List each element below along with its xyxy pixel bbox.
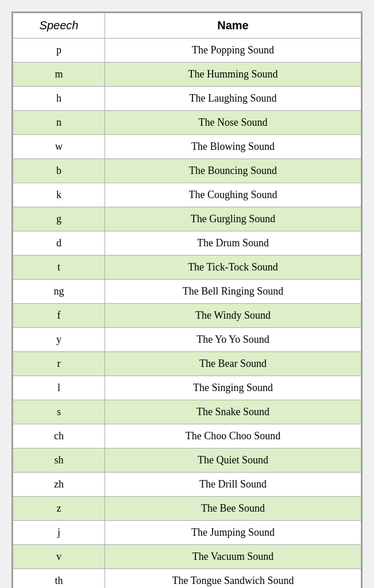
name-cell: The Tick-Tock Sound <box>105 256 361 280</box>
speech-cell: s <box>13 400 105 424</box>
name-cell: The Bear Sound <box>105 352 361 376</box>
name-cell: The Nose Sound <box>105 111 361 135</box>
name-cell: The Singing Sound <box>105 376 361 400</box>
speech-cell: ng <box>13 280 105 304</box>
name-cell: The Humming Sound <box>105 63 361 87</box>
name-cell: The Bee Sound <box>105 497 361 521</box>
speech-cell: j <box>13 521 105 545</box>
name-column-header: Name <box>105 13 361 38</box>
speech-cell: g <box>13 207 105 231</box>
speech-cell: l <box>13 376 105 400</box>
table-row: sThe Snake Sound <box>13 400 361 424</box>
speech-cell: v <box>13 545 105 569</box>
speech-column-header: Speech <box>13 13 105 38</box>
name-cell: The Blowing Sound <box>105 135 361 159</box>
table-row: pThe Popping Sound <box>13 38 361 63</box>
table-header-row: Speech Name <box>13 13 361 38</box>
table-row: dThe Drum Sound <box>13 231 361 256</box>
speech-cell: zh <box>13 473 105 497</box>
speech-cell: t <box>13 256 105 280</box>
table-row: nThe Nose Sound <box>13 111 361 135</box>
speech-cell: d <box>13 231 105 256</box>
speech-cell: th <box>13 569 105 589</box>
table-row: zhThe Drill Sound <box>13 473 361 497</box>
speech-cell: y <box>13 328 105 352</box>
table-row: rThe Bear Sound <box>13 352 361 376</box>
speech-cell: sh <box>13 448 105 473</box>
name-cell: The Drill Sound <box>105 473 361 497</box>
name-cell: The Drum Sound <box>105 231 361 256</box>
speech-cell: ch <box>13 424 105 448</box>
name-cell: The Vacuum Sound <box>105 545 361 569</box>
name-cell: The Windy Sound <box>105 304 361 328</box>
table-row: tThe Tick-Tock Sound <box>13 256 361 280</box>
speech-cell: m <box>13 63 105 87</box>
speech-cell: f <box>13 304 105 328</box>
table-row: mThe Humming Sound <box>13 63 361 87</box>
speech-cell: b <box>13 159 105 183</box>
table-row: shThe Quiet Sound <box>13 448 361 473</box>
table-row: chThe Choo Choo Sound <box>13 424 361 448</box>
name-cell: The Choo Choo Sound <box>105 424 361 448</box>
name-cell: The Gurgling Sound <box>105 207 361 231</box>
table-row: zThe Bee Sound <box>13 497 361 521</box>
name-cell: The Yo Yo Sound <box>105 328 361 352</box>
speech-cell: h <box>13 87 105 111</box>
speech-cell: z <box>13 497 105 521</box>
speech-cell: r <box>13 352 105 376</box>
table-row: thThe Tongue Sandwich Sound <box>13 569 361 589</box>
name-cell: The Popping Sound <box>105 38 361 63</box>
speech-cell: k <box>13 183 105 207</box>
table-row: fThe Windy Sound <box>13 304 361 328</box>
name-cell: The Bouncing Sound <box>105 159 361 183</box>
table-row: vThe Vacuum Sound <box>13 545 361 569</box>
table-row: wThe Blowing Sound <box>13 135 361 159</box>
speech-sounds-table: Speech Name pThe Popping SoundmThe Hummi… <box>11 11 363 588</box>
name-cell: The Jumping Sound <box>105 521 361 545</box>
speech-cell: w <box>13 135 105 159</box>
table-row: yThe Yo Yo Sound <box>13 328 361 352</box>
name-cell: The Quiet Sound <box>105 448 361 473</box>
name-cell: The Tongue Sandwich Sound <box>105 569 361 589</box>
table-row: bThe Bouncing Sound <box>13 159 361 183</box>
name-cell: The Laughing Sound <box>105 87 361 111</box>
speech-cell: p <box>13 38 105 63</box>
table-row: lThe Singing Sound <box>13 376 361 400</box>
table-row: gThe Gurgling Sound <box>13 207 361 231</box>
name-cell: The Snake Sound <box>105 400 361 424</box>
name-cell: The Bell Ringing Sound <box>105 280 361 304</box>
name-cell: The Coughing Sound <box>105 183 361 207</box>
table-row: kThe Coughing Sound <box>13 183 361 207</box>
table-row: jThe Jumping Sound <box>13 521 361 545</box>
table-row: hThe Laughing Sound <box>13 87 361 111</box>
speech-cell: n <box>13 111 105 135</box>
table-row: ngThe Bell Ringing Sound <box>13 280 361 304</box>
